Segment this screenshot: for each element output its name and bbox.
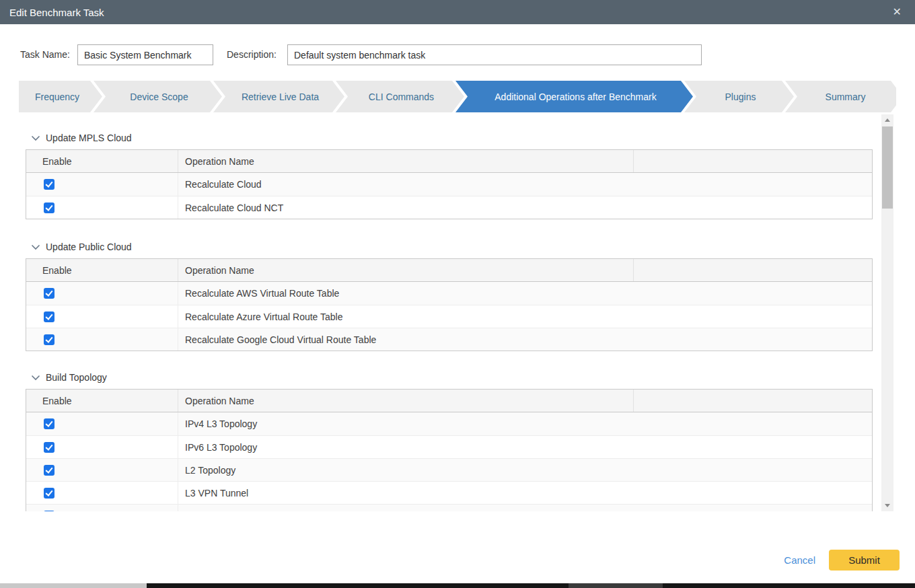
operation-name-cell: L2 Topology bbox=[178, 459, 872, 481]
description-field[interactable] bbox=[287, 44, 702, 65]
table-row: IPv6 L3 Topology bbox=[26, 435, 872, 458]
background-page-strip bbox=[0, 583, 915, 588]
operations-table: EnableOperation NameRecalculate AWS Virt… bbox=[26, 258, 873, 351]
triangle-up-icon bbox=[885, 118, 890, 122]
table-header-row: EnableOperation Name bbox=[26, 259, 872, 282]
section-title: Update Public Cloud bbox=[46, 242, 132, 252]
operation-name-cell: Recalculate Cloud NCT bbox=[178, 196, 872, 219]
enable-cell bbox=[26, 436, 178, 458]
section-update-public-cloud: Update Public CloudEnableOperation NameR… bbox=[26, 241, 873, 351]
table-row: Recalculate AWS Virtual Route Table bbox=[26, 282, 872, 305]
vertical-scrollbar[interactable] bbox=[881, 114, 893, 511]
column-header-enable: Enable bbox=[26, 150, 178, 172]
enable-cell bbox=[26, 482, 178, 504]
table-row: Logical Topology bbox=[26, 504, 872, 511]
task-name-field[interactable] bbox=[77, 44, 213, 65]
task-form-row: Task Name: Description: bbox=[0, 44, 915, 66]
tab-frequency[interactable]: Frequency bbox=[19, 81, 102, 112]
operation-name-cell: Recalculate Azure Virtual Route Table bbox=[178, 305, 872, 328]
enable-cell bbox=[26, 173, 178, 196]
wizard-tabbar: FrequencyDevice ScopeRetrieve Live DataC… bbox=[19, 81, 896, 112]
cancel-button[interactable]: Cancel bbox=[784, 554, 815, 566]
chevron-down-icon bbox=[31, 244, 40, 250]
operation-name-cell: L3 VPN Tunnel bbox=[178, 482, 872, 504]
enable-cell bbox=[26, 282, 178, 305]
column-header-enable: Enable bbox=[26, 259, 178, 281]
column-header-empty bbox=[633, 390, 872, 412]
tab-label: Retrieve Live Data bbox=[242, 91, 319, 102]
enable-checkbox[interactable] bbox=[44, 311, 54, 322]
enable-checkbox[interactable] bbox=[44, 511, 54, 512]
tab-label: Device Scope bbox=[130, 91, 188, 102]
section-update-mpls-cloud: Update MPLS CloudEnableOperation NameRec… bbox=[26, 132, 873, 219]
tab-retrieve-live-data[interactable]: Retrieve Live Data bbox=[213, 81, 344, 112]
dialog-footer: Cancel Submit bbox=[784, 550, 900, 571]
enable-checkbox[interactable] bbox=[44, 288, 54, 299]
table-header-row: EnableOperation Name bbox=[26, 390, 872, 412]
triangle-down-icon bbox=[885, 504, 890, 507]
operations-table: EnableOperation NameIPv4 L3 TopologyIPv6… bbox=[26, 389, 873, 511]
enable-checkbox[interactable] bbox=[44, 203, 54, 213]
column-header-enable: Enable bbox=[26, 390, 178, 412]
enable-checkbox[interactable] bbox=[44, 488, 54, 499]
section-header-build-topology[interactable]: Build Topology bbox=[31, 371, 873, 383]
description-label: Description: bbox=[227, 49, 277, 60]
dialog-title: Edit Benchmark Task bbox=[9, 7, 104, 18]
table-row: IPv4 L3 Topology bbox=[26, 412, 872, 435]
column-header-operation-name: Operation Name bbox=[178, 150, 633, 172]
enable-cell bbox=[26, 305, 178, 328]
enable-checkbox[interactable] bbox=[44, 418, 54, 429]
operation-name-cell: Recalculate Cloud bbox=[178, 173, 872, 196]
enable-checkbox[interactable] bbox=[44, 442, 54, 453]
table-row: Recalculate Azure Virtual Route Table bbox=[26, 305, 872, 328]
tab-label: Plugins bbox=[725, 91, 756, 102]
section-header-update-mpls-cloud[interactable]: Update MPLS Cloud bbox=[31, 132, 873, 144]
column-header-operation-name: Operation Name bbox=[178, 390, 633, 412]
enable-cell bbox=[26, 412, 178, 435]
enable-cell bbox=[26, 505, 178, 511]
operations-table: EnableOperation NameRecalculate CloudRec… bbox=[26, 149, 873, 219]
chevron-down-icon bbox=[31, 135, 40, 141]
scrollbar-down-button[interactable] bbox=[881, 500, 893, 511]
table-header-row: EnableOperation Name bbox=[26, 150, 872, 173]
task-name-label: Task Name: bbox=[20, 49, 70, 60]
tab-device-scope[interactable]: Device Scope bbox=[94, 81, 222, 112]
operation-name-cell: Logical Topology bbox=[178, 505, 872, 511]
enable-cell bbox=[26, 459, 178, 481]
enable-cell bbox=[26, 328, 178, 351]
dialog-titlebar: Edit Benchmark Task ✕ bbox=[0, 0, 915, 24]
table-row: Recalculate Cloud bbox=[26, 173, 872, 196]
tab-summary[interactable]: Summary bbox=[785, 81, 896, 112]
enable-checkbox[interactable] bbox=[44, 334, 54, 345]
column-header-operation-name: Operation Name bbox=[178, 259, 633, 281]
column-header-empty bbox=[633, 259, 872, 281]
tab-cli-commands[interactable]: CLI Commands bbox=[336, 81, 464, 112]
tab-label: Summary bbox=[826, 91, 866, 102]
tab-label: CLI Commands bbox=[369, 91, 434, 102]
operation-name-cell: Recalculate Google Cloud Virtual Route T… bbox=[178, 328, 872, 351]
tab-additional-operations-after-benchmark[interactable]: Additional Operations after Benchmark bbox=[455, 81, 693, 112]
tab-label: Additional Operations after Benchmark bbox=[495, 91, 656, 102]
section-title: Update MPLS Cloud bbox=[46, 133, 132, 143]
section-build-topology: Build TopologyEnableOperation NameIPv4 L… bbox=[26, 371, 873, 511]
table-row: Recalculate Google Cloud Virtual Route T… bbox=[26, 328, 872, 351]
operation-name-cell: IPv4 L3 Topology bbox=[178, 412, 872, 435]
enable-checkbox[interactable] bbox=[44, 179, 54, 190]
table-row: Recalculate Cloud NCT bbox=[26, 196, 872, 219]
submit-button[interactable]: Submit bbox=[829, 550, 900, 571]
scrollbar-thumb[interactable] bbox=[882, 126, 893, 209]
tab-plugins[interactable]: Plugins bbox=[684, 81, 794, 112]
operation-name-cell: Recalculate AWS Virtual Route Table bbox=[178, 282, 872, 305]
section-title: Build Topology bbox=[46, 372, 107, 383]
scrollbar-up-button[interactable] bbox=[881, 114, 893, 126]
table-row: L3 VPN Tunnel bbox=[26, 481, 872, 504]
operation-name-cell: IPv6 L3 Topology bbox=[178, 436, 872, 458]
tab-label: Frequency bbox=[35, 91, 79, 102]
table-row: L2 Topology bbox=[26, 458, 872, 481]
enable-cell bbox=[26, 196, 178, 219]
enable-checkbox[interactable] bbox=[44, 465, 54, 476]
close-icon[interactable]: ✕ bbox=[889, 4, 906, 20]
content-viewport: Update MPLS CloudEnableOperation NameRec… bbox=[20, 114, 881, 511]
column-header-empty bbox=[633, 150, 872, 172]
section-header-update-public-cloud[interactable]: Update Public Cloud bbox=[31, 241, 873, 253]
